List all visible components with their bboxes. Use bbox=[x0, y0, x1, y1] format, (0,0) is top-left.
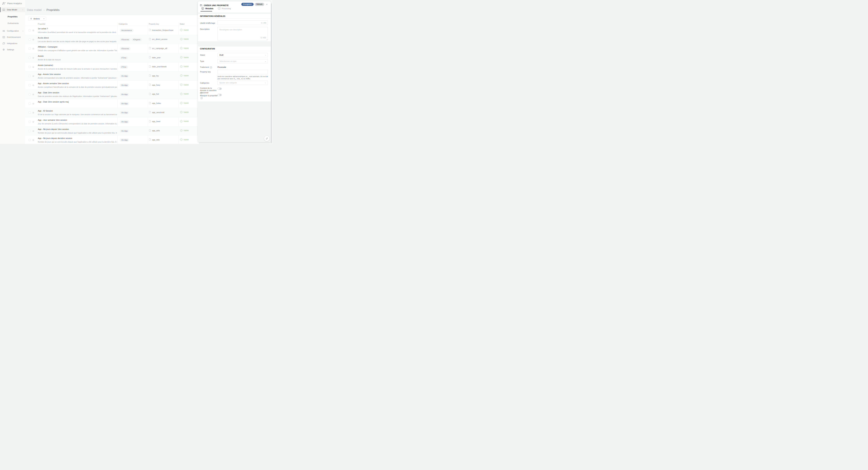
table-row[interactable]: App - Année semaine 1ère session Année c… bbox=[25, 81, 199, 90]
property-title[interactable]: App - Date 1ère session bbox=[38, 92, 59, 94]
properties-table-body: 1er achat ? Information (true/false) per… bbox=[25, 26, 199, 144]
personal-data-toggle[interactable] bbox=[218, 88, 222, 90]
step-metadata[interactable]: 1 Metadata bbox=[202, 7, 213, 10]
table-row[interactable]: Accès direct Les accès directs sont des … bbox=[25, 35, 199, 44]
row-checkbox[interactable] bbox=[29, 111, 31, 113]
pulse-activity-icon[interactable] bbox=[32, 130, 35, 133]
property-title[interactable]: App - Nb jours depuis dernière session bbox=[38, 137, 72, 139]
pulse-activity-icon[interactable] bbox=[32, 111, 35, 114]
pulse-activity-icon[interactable] bbox=[32, 57, 35, 60]
property-title[interactable]: Accès direct bbox=[38, 37, 49, 39]
pulse-activity-icon[interactable] bbox=[32, 102, 35, 105]
type-select[interactable]: Sélectionnez un type ⌄ bbox=[218, 59, 268, 63]
row-checkbox[interactable] bbox=[29, 130, 31, 132]
resize-handle[interactable] bbox=[266, 39, 267, 40]
category-tag: #in-App bbox=[120, 120, 129, 124]
step-processing[interactable]: 2 Processing bbox=[218, 7, 231, 10]
property-categories: #Time bbox=[120, 65, 128, 69]
step-number: 2 bbox=[218, 7, 220, 10]
pulse-activity-icon[interactable] bbox=[32, 66, 35, 69]
hide-property-toggle[interactable] bbox=[218, 94, 222, 96]
info-icon[interactable]: i bbox=[210, 66, 212, 68]
pulse-activity-icon[interactable] bbox=[32, 121, 35, 124]
collapse-minus-icon[interactable]: − bbox=[22, 9, 23, 11]
pulse-activity-icon[interactable] bbox=[32, 29, 35, 32]
sidebar-item-label: Settings bbox=[7, 48, 14, 51]
property-title[interactable]: 1er achat ? bbox=[38, 28, 48, 30]
pulse-activity-icon[interactable] bbox=[32, 93, 35, 96]
display-label: Libellé d'affichage bbox=[200, 22, 215, 24]
row-checkbox[interactable] bbox=[29, 29, 31, 31]
property-key-text: app_sessionid bbox=[152, 111, 164, 113]
pulse-activity-icon[interactable] bbox=[32, 75, 35, 78]
table-row[interactable]: App - Nb jours depuis 1ère session Nombr… bbox=[25, 127, 199, 136]
statut-label: Statut bbox=[200, 54, 205, 56]
pulse-activity-icon[interactable] bbox=[32, 38, 35, 41]
description-textarea[interactable]: Renseignez une description 0 / 400 bbox=[218, 27, 268, 40]
rocket-fab-button[interactable] bbox=[264, 136, 270, 141]
table-row[interactable]: App - Date 1ère session Date de première… bbox=[25, 90, 199, 99]
categories-select[interactable]: Ajouter une catégorie ⌄ bbox=[218, 81, 268, 85]
row-checkbox[interactable] bbox=[29, 57, 31, 59]
type-placeholder: Sélectionnez un type bbox=[219, 60, 236, 62]
close-icon[interactable]: ✕ bbox=[265, 3, 268, 6]
table-row[interactable]: Affiliation - Campagne Détails des campa… bbox=[25, 44, 199, 53]
breadcrumb-parent[interactable]: Data model bbox=[27, 8, 41, 12]
row-checkbox[interactable] bbox=[29, 75, 31, 77]
page-scrollbar[interactable] bbox=[271, 3, 272, 143]
table-row[interactable]: Année Année de la date de mesure #Time d… bbox=[25, 53, 199, 62]
gear-icon: ⚙ bbox=[2, 48, 5, 51]
property-title[interactable]: App - Jour semaine 1ère session bbox=[38, 119, 67, 121]
row-checkbox[interactable] bbox=[29, 38, 31, 41]
table-row[interactable]: App - Jour semaine 1ère session Jour de … bbox=[25, 117, 199, 127]
property-title[interactable]: App - ID Session bbox=[38, 110, 53, 112]
info-icon[interactable]: i bbox=[201, 97, 203, 99]
property-description: Nombre de jours qui se sont écoulés depu… bbox=[38, 132, 117, 134]
sidebar-item-evenements[interactable]: Evénements bbox=[0, 21, 25, 25]
property-title[interactable]: Année (semaine) bbox=[38, 64, 53, 66]
pulse-activity-icon[interactable] bbox=[32, 84, 35, 87]
property-key-input[interactable] bbox=[218, 70, 268, 74]
table-row[interactable]: Année (semaine) Année de la semaine de l… bbox=[25, 62, 199, 72]
sidebar-item-configuration[interactable]: Configuration › bbox=[0, 28, 25, 33]
sidebar-item-enrichissement[interactable]: Enrichissement bbox=[0, 35, 25, 39]
column-header-categories[interactable]: Catégories bbox=[119, 23, 128, 25]
info-icon[interactable]: i bbox=[201, 92, 203, 94]
row-checkbox[interactable] bbox=[29, 66, 31, 68]
display-name-input[interactable]: 0 / 255 bbox=[218, 21, 268, 25]
table-row[interactable]: App - Nb jours depuis dernière session N… bbox=[25, 135, 199, 144]
column-header-property-key[interactable]: Property key bbox=[149, 23, 159, 25]
category-tag: #Time bbox=[120, 65, 128, 69]
refresh-button[interactable]: Refresh bbox=[255, 3, 264, 6]
statut-select[interactable]: Draft ⌄ bbox=[218, 53, 268, 57]
pulse-activity-icon[interactable] bbox=[32, 139, 35, 142]
property-title[interactable]: Année bbox=[38, 55, 43, 57]
status-text: Validé bbox=[184, 65, 189, 67]
row-checkbox[interactable] bbox=[29, 93, 31, 95]
sidebar-item-integrations[interactable]: Intégrations bbox=[0, 41, 25, 46]
property-title[interactable]: App - Nb jours depuis 1ère session bbox=[38, 128, 69, 130]
pulse-activity-icon[interactable] bbox=[32, 47, 35, 51]
column-header-statut[interactable]: Statut bbox=[180, 23, 184, 25]
property-title[interactable]: Affiliation - Campagne bbox=[38, 46, 58, 48]
row-checkbox[interactable] bbox=[29, 102, 31, 105]
row-checkbox[interactable] bbox=[29, 139, 31, 141]
columns-icon bbox=[2, 36, 5, 38]
property-title[interactable]: App - Date 1ère session après maj bbox=[38, 101, 69, 103]
property-title[interactable]: App - Année semaine 1ère session bbox=[38, 82, 69, 85]
column-header-propriete[interactable]: Propriété bbox=[38, 23, 45, 25]
sidebar-item-settings[interactable]: ⚙ Settings bbox=[0, 47, 25, 52]
row-checkbox[interactable] bbox=[29, 121, 31, 123]
table-row[interactable]: App - ID Session ID de la session sur l'… bbox=[25, 108, 199, 117]
table-row[interactable]: App - Année 1ère session Année correspon… bbox=[25, 71, 199, 81]
row-checkbox[interactable] bbox=[29, 84, 31, 86]
property-key-text: date_year bbox=[152, 57, 161, 59]
save-button[interactable]: Enregistrer bbox=[241, 3, 254, 6]
table-row[interactable]: 1er achat ? Information (true/false) per… bbox=[25, 26, 199, 35]
table-row[interactable]: App - Date 1ère session après maj #in-Ap… bbox=[25, 99, 199, 108]
sidebar-item-data-model[interactable]: Data Model − bbox=[0, 7, 25, 12]
row-checkbox[interactable] bbox=[29, 47, 31, 49]
actions-button[interactable]: ⚙ Actions ▾ bbox=[28, 16, 46, 21]
property-title[interactable]: App - Année 1ère session bbox=[38, 73, 61, 75]
sidebar-item-proprietes[interactable]: Propriétés bbox=[0, 14, 25, 19]
